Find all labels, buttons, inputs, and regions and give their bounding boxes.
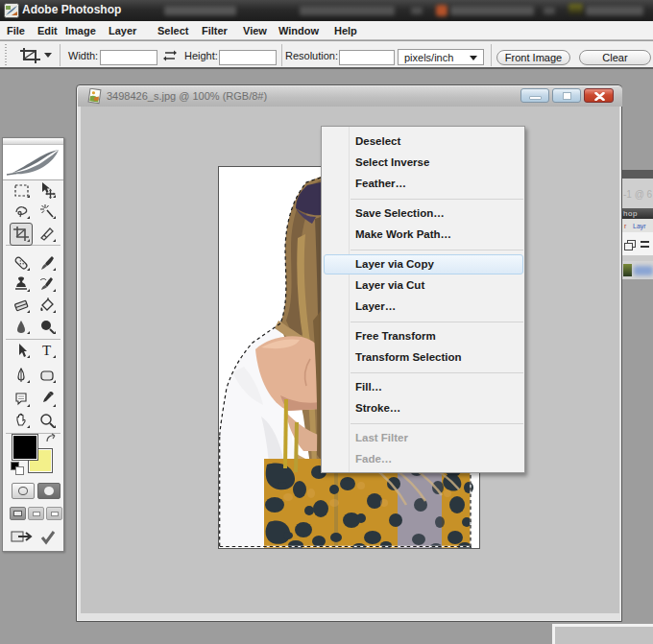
- svg-text:T: T: [42, 343, 51, 358]
